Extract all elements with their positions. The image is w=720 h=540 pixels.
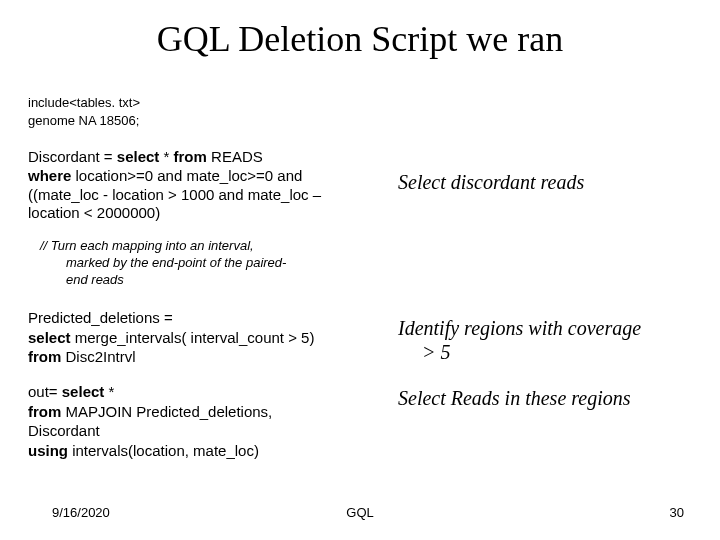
slide: GQL Deletion Script we ran include<table… [0,0,720,540]
text: location>=0 and mate_loc>=0 and [71,167,302,184]
code-include-line: include<tables. txt> [28,94,140,112]
keyword-select: select [28,329,71,346]
code-block-predicted: Predicted_deletions = select merge_inter… [28,308,368,367]
text: out= [28,383,62,400]
text: READS [207,148,263,165]
text: Discordant = [28,148,117,165]
text: Predicted_deletions = [28,308,368,328]
keyword-where: where [28,167,71,184]
annotation-discordant: Select discordant reads [398,170,708,194]
code-block-out: out= select * from MAPJOIN Predicted_del… [28,382,368,460]
text: * [104,383,114,400]
annotation-select-reads: Select Reads in these regions [398,386,708,410]
slide-title: GQL Deletion Script we ran [0,18,720,60]
text: ((mate_loc - location > 1000 and mate_lo… [28,186,368,205]
text: * [159,148,173,165]
keyword-from: from [174,148,207,165]
text: MAPJOIN Predicted_deletions, [61,403,272,420]
keyword-from: from [28,403,61,420]
keyword-select: select [62,383,105,400]
text: Discordant [28,421,368,441]
comment-line: end reads [40,272,360,289]
comment-line: marked by the end-point of the paired- [40,255,360,272]
text: intervals(location, mate_loc) [68,442,259,459]
keyword-using: using [28,442,68,459]
comment-line: // Turn each mapping into an interval, [40,238,360,255]
code-block-discordant: Discordant = select * from READS where l… [28,148,368,223]
annotation-regions: Identify regions with coverage > 5 [398,316,708,364]
text: Disc2Intrvl [61,348,135,365]
annotation-line: > 5 [398,340,708,364]
code-genome-line: genome NA 18506; [28,112,140,130]
footer-center-label: GQL [0,505,720,520]
keyword-select: select [117,148,160,165]
annotation-line: Identify regions with coverage [398,316,708,340]
text: merge_intervals( interval_count > 5) [71,329,315,346]
keyword-from: from [28,348,61,365]
text: location < 2000000) [28,204,368,223]
footer-page-number: 30 [670,505,684,520]
code-comment: // Turn each mapping into an interval, m… [40,238,360,289]
code-header: include<tables. txt> genome NA 18506; [28,94,140,129]
